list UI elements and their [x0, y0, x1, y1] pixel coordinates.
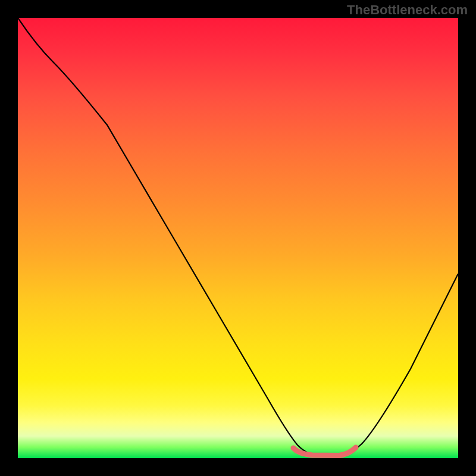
optimal-zone-marker — [293, 447, 356, 456]
chart-area — [18, 18, 458, 458]
watermark-text: TheBottleneck.com — [347, 2, 468, 18]
curve-svg — [18, 18, 458, 458]
bottleneck-curve-line — [18, 18, 458, 455]
